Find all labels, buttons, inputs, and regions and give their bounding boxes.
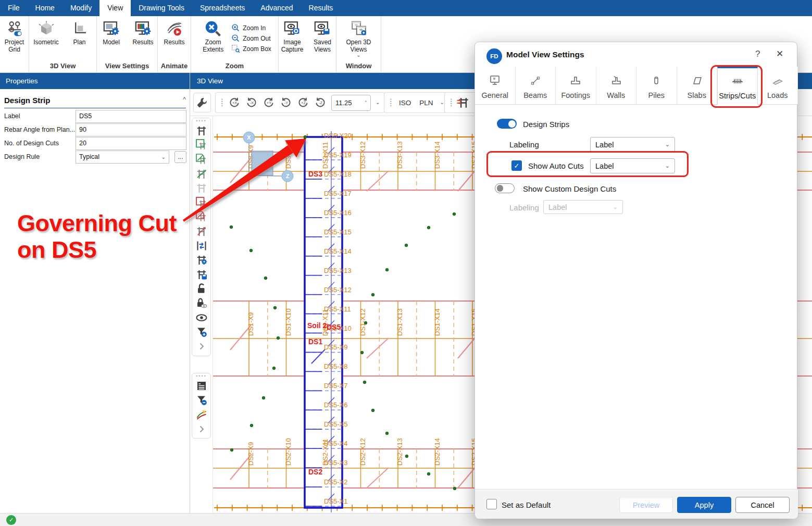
rotate-minus-z-button[interactable]: -Z [312,94,329,111]
unlock-button[interactable] [195,282,208,295]
menu-tab-drawing-tools[interactable]: Drawing Tools [131,0,192,16]
zoom-in-button[interactable]: Zoom In [231,23,271,32]
set-as-default-checkbox[interactable] [486,499,497,509]
open-3d-views-button[interactable]: Open 3D Views⌄ [344,19,374,57]
iso-view-button[interactable]: ISO [395,99,415,107]
rotate-plusminus-z-button[interactable]: +Z [295,94,312,111]
design-rule-select[interactable]: Typical ⌄ [76,151,169,164]
drag-handle-icon[interactable]: •••• [196,119,207,123]
strip-delete-button[interactable] [195,210,208,223]
show-auto-cuts-checkbox[interactable]: ✓ [511,160,522,171]
dialog-tab-piles[interactable]: Piles [636,67,677,104]
field-row-label: Label [4,109,186,123]
menu-tab-results[interactable]: Results [301,0,341,16]
menu-tab-file[interactable]: File [0,0,28,16]
rotate-minus-x-button[interactable]: -X [243,94,260,111]
zoom-out-button[interactable]: Zoom Out [231,34,271,43]
more-button[interactable] [195,340,208,353]
strip-view-icon [195,124,208,137]
svg-text:DS2-X12: DS2-X12 [359,438,367,466]
label-field[interactable] [76,110,186,123]
strip-settings-button[interactable] [195,254,208,266]
menu-tab-advanced[interactable]: Advanced [253,0,301,16]
strip-delete-box-button[interactable] [195,196,208,209]
menu-tab-home[interactable]: Home [28,0,63,16]
rotate-plusminus-x-button[interactable]: +X [226,94,243,111]
help-button[interactable]: ? [755,49,760,59]
svg-text:DS5: DS5 [327,323,341,331]
svg-text:DS5-X5: DS5-X5 [324,420,348,428]
design-cuts-field[interactable] [76,137,186,150]
strip-remove-button[interactable] [195,225,208,237]
strip-labeling-dropdown[interactable]: Label ⌄ [590,137,675,152]
project-grid-button[interactable]: Project Grid [0,19,29,53]
collapse-chevron-icon[interactable]: ^ [183,96,186,105]
rotate-plusminus-y-button[interactable]: +Y [260,94,278,111]
strip-edit-button[interactable] [195,153,208,166]
more-button[interactable] [195,423,208,435]
dialog-tab-beams[interactable]: Beams [516,67,556,104]
strip-draw-button[interactable] [195,168,208,180]
ribbon-group-3d-view: IsometricPlan3D View [29,16,97,72]
align-strip-button[interactable] [457,96,470,109]
plan-button[interactable]: Plan [65,19,95,46]
svg-text:DS2-X14: DS2-X14 [433,438,441,466]
image-capture-button[interactable]: Image Capture [279,19,306,53]
filter-results-button[interactable] [195,394,208,406]
drag-handle-icon[interactable]: •••• [196,374,207,379]
dialog-tab-strips-cuts[interactable]: Strips/Cuts [717,67,758,105]
model-view-settings-button[interactable]: Model [97,19,126,46]
isometric-button[interactable]: Isometric [31,19,61,46]
menu-tab-modify[interactable]: Modify [63,0,99,16]
tables-button[interactable] [195,380,208,392]
preview-button[interactable]: Preview [619,497,673,513]
plan-view-button[interactable]: PLN [415,99,437,107]
dialog-tab-general[interactable]: General [475,67,516,104]
strip-save-button[interactable] [195,268,208,281]
zoom-box-button[interactable]: Zoom Box [231,44,271,53]
menu-tab-view[interactable]: View [99,0,131,16]
show-custom-cuts-toggle[interactable] [495,183,515,193]
auto-cuts-labeling-dropdown[interactable]: Label ⌄ [590,158,675,173]
view-options-button[interactable] [193,93,211,112]
design-rule-more-button[interactable]: ... [174,151,186,163]
results-view-settings-button[interactable]: Results [129,19,157,46]
design-strips-toggle[interactable] [497,119,517,129]
flip-strip-button[interactable] [195,240,208,252]
visibility-button[interactable] [195,311,208,324]
chevron-down-icon: ⌄ [161,154,166,160]
results-plot-button[interactable] [195,408,208,421]
menu-tab-spreadsheets[interactable]: Spreadsheets [192,0,253,16]
show-custom-cuts-label: Show Custom Design Cuts [523,184,616,193]
zoom-extents-button[interactable]: Zoom Extents [198,19,228,53]
dialog-tab-walls[interactable]: Walls [596,67,637,104]
strip-add-button[interactable] [195,139,208,151]
apply-button[interactable]: Apply [677,497,731,513]
rebar-angle-field[interactable] [76,123,186,136]
lock-visibility-button[interactable] [195,297,208,309]
results-plot-icon [195,408,208,421]
properties-title: Properties [6,77,38,85]
strip-delete-box-icon [195,196,208,209]
visibility-icon [195,311,208,324]
strip-settings-icon [195,254,208,266]
rotate-minus-y-button[interactable]: -Y [278,94,295,111]
svg-text:DS5-X13: DS5-X13 [324,267,352,274]
close-button[interactable]: ✕ [776,48,783,59]
strip-ghost-button[interactable] [195,182,208,194]
rotation-angle-input[interactable]: 11.25° [331,95,371,111]
animate-results-button[interactable]: Results [159,19,190,46]
dialog-tab-loads[interactable]: Loads [758,67,798,104]
custom-labeling-dropdown: Label ⌄ [543,200,623,214]
chevron-down-icon[interactable]: ⌄ [373,101,382,105]
dialog-tab-slabs[interactable]: Slabs [677,67,718,104]
cancel-button[interactable]: Cancel [735,497,790,513]
piles-icon [650,74,663,87]
filter-down-button[interactable] [195,325,208,338]
dialog-tab-footings[interactable]: Footings [556,67,596,104]
saved-views-button[interactable]: Saved Views [309,19,336,53]
rotation-toolbar: ••••+X-X+Y-Y+Z-Z11.25°⌄ [215,92,385,113]
svg-text:DS5-X4: DS5-X4 [324,440,348,447]
strip-view-button[interactable] [195,124,208,137]
field-label: Rebar Angle from Plan... [4,126,76,133]
